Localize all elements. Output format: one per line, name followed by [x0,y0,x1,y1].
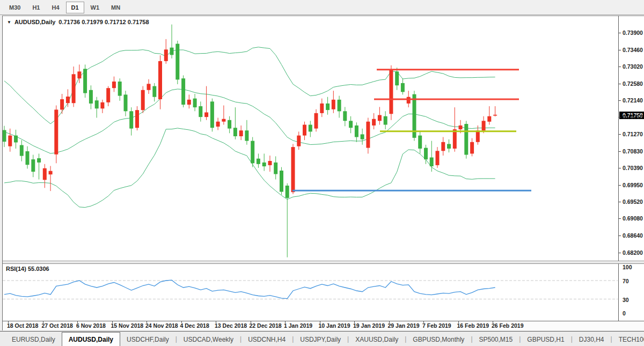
chart-tab-eurusd[interactable]: EURUSD,Daily [5,333,62,346]
price-tick-label: 0.69520 [623,198,643,205]
chart-tab-usdjpy[interactable]: USDJPY,Daily [294,333,347,346]
candle-body [326,104,330,110]
symbol-label: AUDUSD,Daily [14,19,55,25]
candle-body [175,44,179,80]
chart-title: ▼ AUDUSD,Daily 0.71736 0.71979 0.71712 0… [7,19,149,25]
candle-body [210,101,214,128]
price-tickmark [619,151,621,152]
candle-body [493,115,497,116]
chart-tab-gbpusd[interactable]: GBPUSD,Monthly [406,333,471,346]
timeframe-button-mn[interactable]: MN [106,2,126,13]
date-label: 4 Dec 2018 [180,322,209,329]
timeframe-button-m30[interactable]: M30 [4,2,26,13]
chart-tab-dj30[interactable]: DJ30,H4 [573,333,611,346]
price-tick-label: 0.73900 [623,30,643,36]
rsi-indicator-label: RSI(14) 55.0306 [6,266,49,272]
chart-tab-xauusd[interactable]: XAUUSD,Daily [349,333,405,346]
chart-tab-usdcad[interactable]: USDCAD,Weekly [177,333,240,346]
chart-tab-sp500[interactable]: SP500,M15 [473,333,519,346]
candle-body [314,113,318,129]
price-tick-label: 0.70830 [623,148,643,154]
candle-body [441,142,445,151]
price-tick-label: 0.70390 [623,165,643,171]
candle-body [77,71,81,78]
timeframe-button-h4[interactable]: H4 [46,2,64,13]
chart-tab-usdcnh[interactable]: USDCNH,H4 [241,333,292,346]
candle-body [124,94,128,111]
price-axis[interactable]: 0.71758 0.739000.734600.730200.725800.72… [618,16,644,261]
date-label: 1 Jan 2019 [284,322,312,329]
candle-body [476,130,480,142]
date-axis[interactable]: 18 Oct 201827 Oct 20186 Nov 201815 Nov 2… [3,321,644,330]
price-tickmark [619,117,621,117]
candle-body [106,88,110,102]
candle-body [239,130,243,136]
candle-body [158,61,162,99]
candle-body [164,49,168,61]
rsi-tick-label: 100 [623,264,632,270]
candle-body [245,130,248,141]
candle-body [424,148,428,160]
candle-body [332,100,335,109]
symbol-tabbar: EURUSD,DailyAUDUSD,DailyUSDCHF,Daily|USD… [0,331,644,346]
candle-body [95,100,99,108]
rsi-axis[interactable]: 10070300 [618,263,644,321]
candle-body [3,130,6,142]
candle-body [228,120,231,129]
price-tickmark [619,50,621,50]
candle-body [297,136,301,146]
timeframe-button-d1[interactable]: D1 [66,2,84,13]
candle-body [83,69,87,93]
candle-body [274,163,277,174]
price-tickmark [619,185,621,186]
candle-body [309,125,312,132]
price-tick-label: 0.72580 [623,80,643,87]
mt4-window: M30H1H4D1W1MN ▼ AUDUSD,Daily 0.71736 0.7… [0,0,644,346]
date-label: 10 Jan 2019 [319,322,350,329]
candle-body [66,97,70,103]
date-label: 18 Oct 2018 [7,322,38,329]
candle-body [355,126,358,137]
timeframe-toolbar: M30H1H4D1W1MN [0,0,644,15]
candle-body [418,136,422,149]
candle-body [31,159,35,172]
chevron-down-icon[interactable]: ▼ [7,20,11,25]
candle-body [8,136,12,146]
candle-body [49,171,53,175]
date-label: 26 Feb 2019 [492,322,524,329]
price-tickmark [619,100,621,101]
candle-body [181,78,185,105]
candle-body [141,90,145,110]
candle-body [378,115,382,121]
price-tick-label: 0.69080 [623,215,643,222]
candle-body [464,124,468,155]
rsi-chart [3,264,618,321]
chart-tab-usdchf[interactable]: USDCHF,Daily [120,333,175,346]
chart-tab-audusd[interactable]: AUDUSD,Daily [62,332,120,346]
candle-body [401,83,405,92]
candle-body [170,48,174,55]
date-label: 13 Dec 2018 [215,322,247,329]
candle-body [216,122,220,127]
candle-body [193,99,197,108]
rsi-tick-label: 0 [623,310,626,316]
price-tick-label: 0.71710 [623,114,643,120]
timeframe-button-w1[interactable]: W1 [85,2,105,13]
chart-tab-tech100[interactable]: TECH100,H [612,333,644,346]
candle-body [222,119,225,122]
candle-body [262,163,266,166]
price-tickmark [619,84,621,84]
candle-body [37,158,41,163]
candle-body [43,168,47,180]
price-tickmark [619,33,621,33]
price-tick-label: 0.73020 [623,63,643,70]
rsi-tick-label: 70 [623,278,629,284]
candle-body [118,82,122,96]
price-tick-label: 0.72140 [623,97,643,104]
candle-body [447,144,451,149]
candle-body [482,121,486,130]
timeframe-button-h1[interactable]: H1 [27,2,45,13]
candle-body [280,171,283,192]
rsi-panel: RSI(14) 55.0306 [3,263,618,321]
chart-tab-gbpusd[interactable]: GBPUSD,H1 [521,333,570,346]
